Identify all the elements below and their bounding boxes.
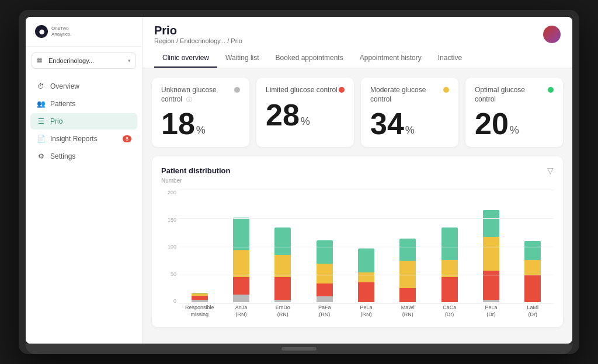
bar-label: LaMi(Dr): [527, 304, 539, 318]
kpi-number: 28: [266, 100, 300, 130]
kpi-grid: Unknown glucose control ⓘ 18% Limited gl…: [152, 78, 563, 147]
bar-label: CaCa(Dr): [443, 304, 456, 318]
kpi-value: 34%: [370, 108, 449, 139]
bar-stack: [274, 228, 291, 302]
sidebar-item-label: Settings: [50, 152, 75, 160]
bar-group: LaMi(Dr): [512, 190, 554, 318]
y-axis-label: 200: [161, 190, 179, 195]
bar-stack: [233, 218, 249, 302]
kpi-header: Limited glucose control: [266, 86, 345, 95]
bar-segment: [317, 264, 333, 284]
kpi-card-optimal: Optimal glucose control 20%: [465, 78, 563, 147]
breadcrumb: Region / Endocrinology... / Prio: [154, 37, 242, 44]
kpi-card-moderate: Moderate glucose control 34%: [361, 78, 458, 147]
kpi-value: 18%: [161, 108, 240, 139]
breadcrumb-current: Prio: [231, 37, 242, 44]
bar-segment: [317, 284, 333, 296]
bar-label: MaWi(RN): [401, 304, 415, 318]
bar-segment: [524, 260, 541, 275]
breadcrumb-clinic: Endocrinology...: [180, 37, 225, 44]
chart-area: 050100150200 ResponsiblemissingAnJa(RN)E…: [161, 190, 554, 318]
bar-segment: [483, 271, 499, 299]
header-top: Prio Region / Endocrinology... / Prio: [154, 24, 561, 44]
kpi-unit: %: [196, 125, 206, 135]
avatar[interactable]: [543, 26, 561, 43]
bar-label: AnJa(RN): [235, 304, 248, 318]
kpi-header: Unknown glucose control ⓘ: [161, 86, 240, 104]
kpi-dot: [443, 87, 449, 93]
bar-stack: [524, 241, 541, 302]
bar-stack: [358, 249, 374, 302]
bar-group: Responsiblemissing: [179, 190, 220, 318]
logo-icon: ⬤: [35, 25, 48, 38]
bar-segment: [358, 272, 374, 282]
y-axis-label: 0: [161, 298, 179, 304]
chart-subtitle: Number: [161, 177, 554, 184]
kpi-header: Optimal glucose control: [475, 86, 554, 104]
bar-segment: [317, 296, 333, 302]
tab-inactive[interactable]: Inactive: [430, 49, 470, 68]
bar-label: EmDo(RN): [276, 304, 290, 318]
main-content: Prio Region / Endocrinology... / Prio: [142, 17, 572, 344]
chart-header: Patient distribution ▽: [161, 166, 554, 175]
sidebar-item-patients[interactable]: 👥 Patients: [30, 96, 137, 112]
bar-segment: [441, 228, 458, 260]
bar-segment: [399, 288, 416, 302]
chart-section: Patient distribution ▽ Number 0501001502…: [152, 156, 563, 327]
kpi-label: Moderate glucose control: [370, 86, 443, 104]
prio-icon: ☰: [36, 117, 46, 125]
kpi-header: Moderate glucose control: [370, 86, 449, 104]
bar-stack: [441, 228, 458, 302]
patients-icon: 👥: [36, 100, 46, 108]
content-area: Unknown glucose control ⓘ 18% Limited gl…: [142, 68, 572, 344]
kpi-unit: %: [301, 116, 310, 127]
tabs: Clinic overview Waiting list Booked appo…: [154, 49, 561, 68]
kpi-number: 18: [161, 108, 195, 139]
bar-stack: [399, 239, 416, 302]
bar-segment: [441, 277, 458, 302]
kpi-label: Unknown glucose control ⓘ: [161, 86, 234, 104]
kpi-value: 20%: [475, 108, 554, 139]
tab-appointment-history[interactable]: Appointment history: [352, 49, 430, 68]
logo-text: OneTwo Analytics.: [51, 26, 71, 37]
bars-container: ResponsiblemissingAnJa(RN)EmDo(RN)PaFa(R…: [179, 190, 554, 318]
kpi-label: Optimal glucose control: [475, 86, 548, 104]
bar-segment: [233, 250, 249, 278]
bar-segment: [317, 240, 333, 264]
tab-clinic-overview[interactable]: Clinic overview: [154, 49, 217, 68]
bar-group: EmDo(RN): [262, 190, 304, 318]
kpi-label: Limited glucose control: [266, 86, 339, 95]
sidebar-item-label: Insight Reports: [50, 135, 98, 143]
bar-label: Responsiblemissing: [185, 304, 214, 318]
bar-stack: [317, 240, 333, 302]
sidebar-item-insight-reports[interactable]: 📄 Insight Reports 8: [30, 131, 137, 147]
bar-segment: [192, 300, 208, 302]
kpi-value: 28%: [266, 100, 345, 130]
kpi-number: 20: [475, 108, 509, 139]
chart-title: Patient distribution: [161, 166, 230, 175]
sidebar-item-label: Prio: [50, 117, 62, 125]
sidebar-item-label: Overview: [50, 82, 79, 90]
kpi-card-limited: Limited glucose control 28%: [256, 78, 354, 147]
chevron-down-icon: ▾: [128, 58, 131, 64]
tab-booked-appointments[interactable]: Booked appointments: [267, 49, 352, 68]
kpi-unit: %: [405, 125, 415, 135]
kpi-dot: [234, 87, 240, 93]
bar-group: PeLa(RN): [345, 190, 387, 318]
bar-segment: [483, 237, 499, 271]
tab-waiting-list[interactable]: Waiting list: [217, 49, 267, 68]
y-axis-label: 150: [161, 217, 179, 223]
kpi-unit: %: [510, 125, 519, 135]
y-axis-label: 50: [161, 271, 179, 277]
sidebar-item-prio[interactable]: ☰ Prio: [30, 113, 137, 130]
filter-icon[interactable]: ▽: [547, 166, 554, 175]
bar-segment: [274, 255, 291, 277]
bar-segment: [358, 282, 374, 302]
sidebar-item-overview[interactable]: ⏱ Overview: [30, 78, 137, 94]
clinic-selector[interactable]: ▦ Endocrinology... ▾: [32, 52, 136, 69]
sidebar-item-settings[interactable]: ⚙ Settings: [30, 148, 137, 164]
info-icon[interactable]: ⓘ: [186, 96, 192, 103]
bar-segment: [524, 241, 541, 260]
clinic-icon: ▦: [37, 57, 45, 65]
bar-segment: [233, 295, 249, 302]
